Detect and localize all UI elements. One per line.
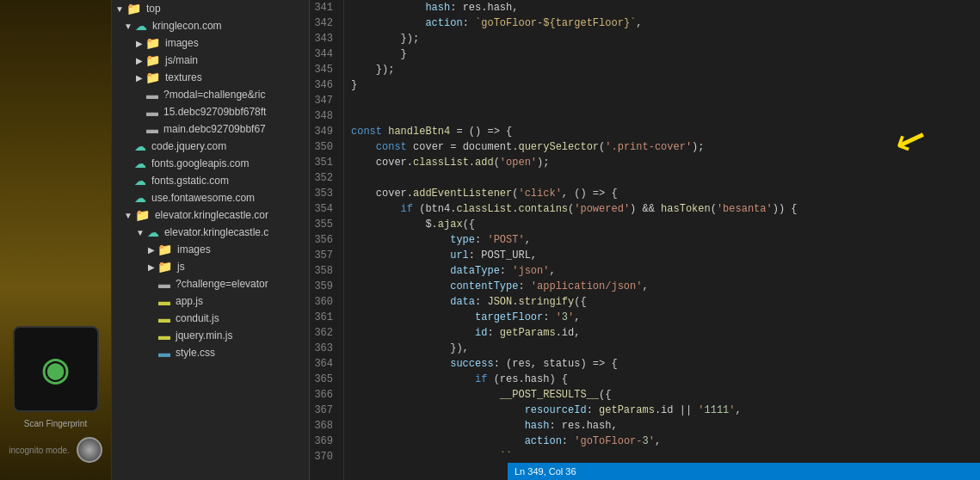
code-line: action: `goToFloor-${targetFloor}`, bbox=[351, 15, 980, 31]
tree-item[interactable]: ▶ 📁images bbox=[112, 34, 309, 52]
tree-item[interactable]: ▼ 📁top bbox=[112, 0, 309, 17]
code-line: } bbox=[351, 77, 980, 93]
tree-item[interactable]: ▼ 📁elevator.kringlecastle.cor bbox=[112, 206, 309, 224]
code-line bbox=[351, 170, 980, 186]
tree-item[interactable]: ▬?modal=challenge&ric bbox=[112, 86, 309, 103]
code-line: $.ajax({ bbox=[351, 217, 980, 232]
tree-label: app.js bbox=[176, 295, 203, 307]
js-file-icon: ▬ bbox=[158, 329, 170, 342]
tree-item[interactable]: ☁fonts.gstatic.com bbox=[112, 172, 309, 189]
tree-arrow: ▶ bbox=[148, 245, 155, 255]
fingerprint-container[interactable]: ◉ bbox=[13, 326, 99, 412]
cloud-icon: ☁ bbox=[134, 191, 146, 205]
tree-arrow: ▼ bbox=[115, 4, 124, 14]
tree-item[interactable]: ▬main.debc92709bbf67 bbox=[112, 120, 309, 138]
tree-label: elevator.kringlecastle.c bbox=[164, 226, 268, 238]
code-line: } bbox=[351, 46, 980, 62]
tree-item[interactable]: ▼ ☁elevator.kringlecastle.c bbox=[112, 224, 309, 241]
tree-item[interactable]: ▼ ☁kringlecon.com bbox=[112, 17, 309, 34]
tree-arrow: ▼ bbox=[124, 22, 133, 31]
tree-arrow: ▶ bbox=[136, 56, 143, 65]
incognito-text: incognito mode. bbox=[9, 446, 70, 455]
tree-item[interactable]: ☁code.jquery.com bbox=[112, 138, 309, 155]
code-line bbox=[351, 93, 980, 108]
code-line: const handleBtn4 = () => { bbox=[351, 124, 980, 139]
tree-label: ?modal=challenge&ric bbox=[163, 89, 265, 101]
file-tree[interactable]: ▼ 📁top▼ ☁kringlecon.com▶ 📁images▶ 📁js/ma… bbox=[112, 0, 310, 480]
code-line bbox=[351, 108, 980, 124]
file-icon: ▬ bbox=[146, 105, 158, 119]
code-line: if (res.hash) { bbox=[351, 372, 980, 387]
code-line: data: JSON.stringify({ bbox=[351, 294, 980, 310]
code-line: type: 'POST', bbox=[351, 232, 980, 248]
tree-item[interactable]: ▶ 📁js bbox=[112, 258, 309, 275]
tree-label: conduit.js bbox=[176, 312, 219, 324]
code-line: action: 'goToFloor-3', bbox=[351, 434, 980, 449]
status-text: Ln 349, Col 36 bbox=[515, 466, 576, 477]
cloud-icon: ☁ bbox=[134, 174, 146, 188]
tree-label: fonts.gstatic.com bbox=[151, 175, 229, 187]
tree-label: main.debc92709bbf67 bbox=[163, 123, 266, 135]
tree-arrow: ▶ bbox=[136, 39, 143, 48]
tree-arrow: ▶ bbox=[148, 262, 155, 272]
code-line: __POST_RESULTS__({ bbox=[351, 387, 980, 403]
code-content: hash: res.hash, action: `goToFloor-${tar… bbox=[344, 0, 980, 480]
code-line: const cover = document.querySelector('.p… bbox=[351, 139, 980, 155]
cloud-icon: ☁ bbox=[134, 157, 146, 170]
tree-item[interactable]: ▶ 📁textures bbox=[112, 69, 309, 86]
tree-label: textures bbox=[165, 71, 202, 83]
tree-item[interactable]: ☁fonts.googleapis.com bbox=[112, 155, 309, 172]
tree-label: ?challenge=elevator bbox=[176, 278, 268, 290]
file-icon: ▬ bbox=[146, 88, 158, 102]
folder-icon: 📁 bbox=[145, 53, 160, 67]
tree-label: images bbox=[177, 243, 211, 255]
folder-icon: 📁 bbox=[157, 243, 172, 256]
code-line: hash: res.hash, bbox=[351, 0, 980, 15]
tree-item[interactable]: ▬conduit.js bbox=[112, 310, 309, 327]
tree-item[interactable]: ▶ 📁js/main bbox=[112, 52, 309, 69]
js-file-icon: ▬ bbox=[158, 294, 170, 308]
code-line: cover.addEventListener('click', () => { bbox=[351, 186, 980, 201]
css-file-icon: ▬ bbox=[158, 346, 170, 360]
bottom-icons: incognito mode. bbox=[9, 437, 102, 463]
code-line: cover.classList.add('open'); bbox=[351, 155, 980, 170]
tree-label: fonts.googleapis.com bbox=[151, 157, 249, 169]
tree-item[interactable]: ▶ 📁images bbox=[112, 241, 309, 258]
code-area[interactable]: 3413423433443453463473483493503513523533… bbox=[310, 0, 980, 480]
tree-label: jquery.min.js bbox=[176, 329, 232, 342]
code-line: targetFloor: '3', bbox=[351, 310, 980, 325]
tree-item[interactable]: ▬?challenge=elevator bbox=[112, 275, 309, 292]
code-line: }); bbox=[351, 62, 980, 77]
cloud-icon: ☁ bbox=[147, 225, 159, 239]
file-icon: ▬ bbox=[158, 277, 170, 291]
tree-label: kringlecon.com bbox=[152, 20, 222, 32]
folder-icon: 📁 bbox=[157, 260, 172, 274]
tree-label: top bbox=[146, 3, 161, 15]
fingerprint-label: Scan Fingerprint bbox=[24, 419, 87, 428]
tree-label: use.fontawesome.com bbox=[151, 192, 255, 204]
tree-arrow: ▼ bbox=[124, 211, 133, 220]
code-panel: 3413423433443453463473483493503513523533… bbox=[310, 0, 980, 480]
js-file-icon: ▬ bbox=[158, 311, 170, 325]
code-line: }); bbox=[351, 31, 980, 46]
folder-icon: 📁 bbox=[145, 36, 160, 50]
fingerprint-icon: ◉ bbox=[42, 343, 68, 396]
tree-item[interactable]: ▬app.js bbox=[112, 292, 309, 310]
tree-label: images bbox=[165, 37, 199, 49]
folder-icon: 📁 bbox=[145, 71, 160, 84]
folder-icon: 📁 bbox=[135, 208, 150, 222]
tree-arrow: ▼ bbox=[136, 228, 145, 237]
code-line: if (btn4.classList.contains('powered') &… bbox=[351, 201, 980, 217]
cloud-icon: ☁ bbox=[135, 19, 147, 33]
code-line: hash: res.hash, bbox=[351, 418, 980, 434]
line-numbers: 3413423433443453463473483493503513523533… bbox=[310, 0, 344, 480]
tree-item[interactable]: ▬15.debc92709bbf678ft bbox=[112, 103, 309, 120]
folder-icon: 📁 bbox=[126, 2, 141, 15]
tree-arrow: ▶ bbox=[136, 73, 143, 83]
code-line: dataType: 'json', bbox=[351, 263, 980, 279]
tree-item[interactable]: ▬style.css bbox=[112, 344, 309, 361]
left-panel: ◉ Scan Fingerprint incognito mode. bbox=[0, 0, 112, 480]
tree-label: js/main bbox=[165, 54, 198, 66]
tree-item[interactable]: ▬jquery.min.js bbox=[112, 327, 309, 344]
tree-item[interactable]: ☁use.fontawesome.com bbox=[112, 189, 309, 206]
